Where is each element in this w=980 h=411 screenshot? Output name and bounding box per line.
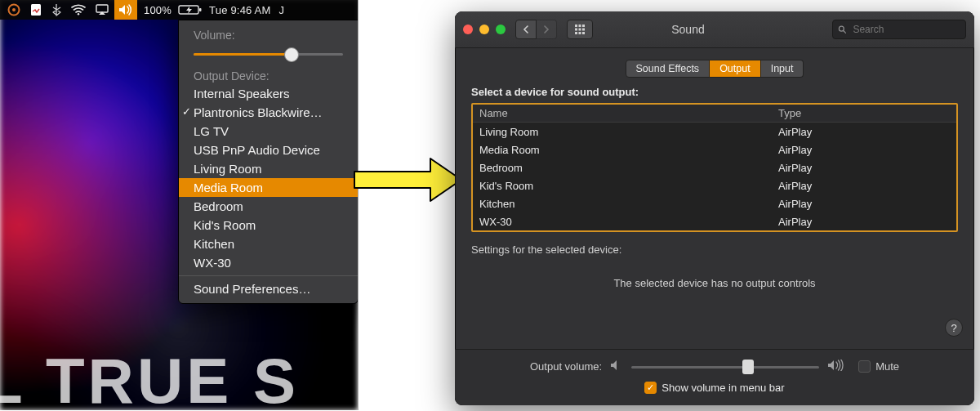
menu-separator: [179, 275, 358, 276]
svg-point-3: [78, 13, 79, 15]
wallpaper-text: L TRUE S: [0, 344, 299, 410]
table-row[interactable]: BedroomAirPlay: [473, 159, 956, 176]
nav-forward-button[interactable]: [537, 20, 557, 39]
device-type-cell: AirPlay: [772, 141, 956, 159]
output-device-label: Output Device:: [179, 68, 358, 84]
menu-device-item[interactable]: Kitchen: [179, 235, 358, 253]
svg-rect-4: [96, 5, 108, 12]
table-row[interactable]: KitchenAirPlay: [473, 194, 956, 212]
settings-for-device-label: Settings for the selected device:: [471, 243, 958, 256]
column-name-header[interactable]: Name: [473, 105, 772, 122]
window-close-button[interactable]: [463, 25, 473, 34]
device-name-cell: Media Room: [473, 141, 772, 159]
window-titlebar: Sound: [455, 11, 974, 48]
mute-label: Mute: [875, 360, 899, 373]
volume-low-icon: [610, 360, 623, 373]
bluetooth-icon[interactable]: [47, 0, 65, 20]
volume-menubar-icon[interactable]: [114, 0, 137, 20]
show-volume-menubar-checkbox[interactable]: ✓ Show volume in menu bar: [644, 382, 784, 394]
menubar-app-icon[interactable]: [3, 0, 24, 20]
device-name-cell: Kid's Room: [473, 176, 772, 194]
menu-device-item[interactable]: Kid's Room: [179, 216, 358, 235]
svg-point-16: [839, 26, 844, 31]
menubar-user-initial[interactable]: J: [278, 4, 290, 16]
menubar-clock[interactable]: Tue 9:46 AM: [204, 4, 275, 16]
battery-charging-icon[interactable]: [178, 0, 203, 20]
table-row[interactable]: Living RoomAirPlay: [473, 123, 956, 141]
volume-label: Volume:: [179, 27, 358, 43]
help-button[interactable]: ?: [945, 319, 963, 337]
battery-percent[interactable]: 100%: [139, 4, 176, 16]
sound-preferences-item[interactable]: Sound Preferences…: [179, 279, 358, 298]
prefs-tabs: Sound EffectsOutputInput: [455, 60, 974, 78]
desktop-region: L TRUE S 100% Tue 9:46 AM J Volume:: [0, 0, 359, 410]
search-input[interactable]: [851, 23, 960, 36]
select-device-label: Select a device for sound output:: [471, 86, 958, 98]
menu-device-item[interactable]: USB PnP Audio Device: [179, 141, 358, 159]
svg-point-1: [12, 8, 16, 11]
window-zoom-button[interactable]: [496, 25, 506, 34]
device-name-cell: Bedroom: [473, 159, 772, 176]
prefs-footer: Output volume: Mute ✓ Show volume in men…: [455, 349, 974, 405]
device-type-cell: AirPlay: [772, 159, 956, 176]
mute-checkbox[interactable]: Mute: [858, 360, 899, 373]
menu-device-item[interactable]: WX-30: [179, 253, 358, 272]
output-device-table: Name Type Living RoomAirPlayMedia RoomAi…: [471, 103, 958, 232]
device-type-cell: AirPlay: [772, 176, 956, 194]
menu-device-item[interactable]: Living Room: [179, 159, 358, 178]
airplay-icon[interactable]: [91, 0, 113, 20]
menubar-doc-icon[interactable]: [26, 0, 46, 20]
menu-device-item[interactable]: Media Room: [179, 178, 358, 197]
device-type-cell: AirPlay: [772, 212, 956, 230]
tab-input[interactable]: Input: [761, 60, 804, 78]
menubar: 100% Tue 9:46 AM J: [0, 0, 358, 20]
search-icon: [838, 25, 846, 34]
table-row[interactable]: WX-30AirPlay: [473, 212, 956, 230]
window-title: Sound: [554, 23, 822, 36]
volume-high-icon: [827, 360, 844, 373]
volume-menu: Volume: Output Device: Internal Speakers…: [178, 20, 359, 304]
menu-device-item[interactable]: Plantronics Blackwire…: [179, 103, 358, 122]
svg-rect-6: [199, 8, 202, 11]
toolbar-search[interactable]: [832, 20, 966, 39]
menu-device-item[interactable]: Internal Speakers: [179, 84, 358, 103]
table-row[interactable]: Media RoomAirPlay: [473, 141, 956, 159]
device-type-cell: AirPlay: [772, 123, 956, 141]
device-type-cell: AirPlay: [772, 194, 956, 212]
device-name-cell: Living Room: [473, 123, 772, 141]
output-volume-label: Output volume:: [530, 360, 602, 373]
tab-output[interactable]: Output: [710, 60, 761, 78]
output-volume-slider[interactable]: [631, 361, 819, 373]
device-name-cell: Kitchen: [473, 194, 772, 212]
wifi-icon[interactable]: [67, 0, 90, 20]
nav-back-button[interactable]: [515, 20, 537, 39]
table-row[interactable]: Kid's RoomAirPlay: [473, 176, 956, 194]
show-volume-menubar-label: Show volume in menu bar: [662, 382, 784, 394]
no-output-controls-text: The selected device has no output contro…: [471, 277, 958, 289]
window-minimize-button[interactable]: [479, 25, 489, 34]
sound-prefs-window: Sound Sound EffectsOutputInput Select a …: [455, 11, 974, 405]
menu-device-item[interactable]: Bedroom: [179, 197, 358, 216]
tab-sound-effects[interactable]: Sound Effects: [626, 60, 710, 78]
column-type-header[interactable]: Type: [772, 105, 956, 122]
arrow-annotation: [353, 155, 463, 204]
menu-volume-slider[interactable]: [194, 48, 343, 60]
svg-rect-2: [31, 4, 41, 16]
device-name-cell: WX-30: [473, 212, 772, 230]
menu-device-item[interactable]: LG TV: [179, 122, 358, 141]
